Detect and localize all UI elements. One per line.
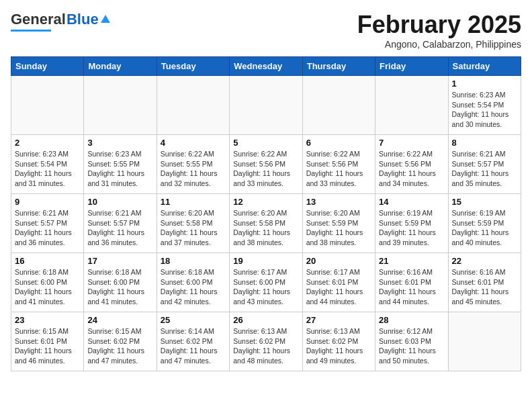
day-info: Sunrise: 6:13 AM Sunset: 6:02 PM Dayligh… (233, 326, 298, 366)
calendar-cell: 23Sunrise: 6:15 AM Sunset: 6:01 PM Dayli… (11, 312, 84, 371)
calendar-cell (230, 76, 302, 135)
calendar-cell: 18Sunrise: 6:18 AM Sunset: 6:00 PM Dayli… (157, 253, 229, 312)
day-number: 11 (161, 197, 226, 207)
calendar-week-1: 2Sunrise: 6:23 AM Sunset: 5:54 PM Daylig… (11, 135, 521, 194)
day-info: Sunrise: 6:23 AM Sunset: 5:55 PM Dayligh… (87, 149, 152, 189)
day-info: Sunrise: 6:17 AM Sunset: 6:00 PM Dayligh… (233, 267, 298, 307)
calendar-cell: 14Sunrise: 6:19 AM Sunset: 5:59 PM Dayli… (375, 194, 448, 253)
day-number: 10 (87, 197, 152, 207)
day-info: Sunrise: 6:22 AM Sunset: 5:56 PM Dayligh… (379, 149, 444, 189)
calendar-cell: 10Sunrise: 6:21 AM Sunset: 5:57 PM Dayli… (84, 194, 157, 253)
day-info: Sunrise: 6:19 AM Sunset: 5:59 PM Dayligh… (452, 208, 517, 248)
day-info: Sunrise: 6:19 AM Sunset: 5:59 PM Dayligh… (379, 208, 444, 248)
day-info: Sunrise: 6:23 AM Sunset: 5:54 PM Dayligh… (452, 90, 517, 130)
day-info: Sunrise: 6:22 AM Sunset: 5:56 PM Dayligh… (306, 149, 371, 189)
calendar-week-3: 16Sunrise: 6:18 AM Sunset: 6:00 PM Dayli… (11, 253, 521, 312)
logo-underline (11, 30, 51, 32)
day-info: Sunrise: 6:23 AM Sunset: 5:54 PM Dayligh… (15, 149, 80, 189)
day-info: Sunrise: 6:14 AM Sunset: 6:02 PM Dayligh… (161, 326, 226, 366)
day-number: 14 (379, 197, 444, 207)
calendar-cell: 27Sunrise: 6:13 AM Sunset: 6:02 PM Dayli… (302, 312, 375, 371)
logo: General Blue (11, 11, 111, 32)
calendar-cell: 13Sunrise: 6:20 AM Sunset: 5:59 PM Dayli… (302, 194, 375, 253)
calendar-cell (375, 76, 448, 135)
day-info: Sunrise: 6:18 AM Sunset: 6:00 PM Dayligh… (161, 267, 226, 307)
day-number: 25 (161, 315, 226, 325)
day-number: 12 (233, 197, 298, 207)
day-number: 16 (15, 256, 80, 266)
calendar-cell (302, 76, 375, 135)
day-number: 28 (379, 315, 444, 325)
day-number: 18 (161, 256, 226, 266)
day-number: 20 (306, 256, 371, 266)
day-number: 7 (379, 138, 444, 148)
calendar-cell: 3Sunrise: 6:23 AM Sunset: 5:55 PM Daylig… (84, 135, 157, 194)
logo-blue: Blue (66, 11, 99, 28)
month-title: February 2025 (357, 11, 521, 39)
day-number: 5 (233, 138, 298, 148)
calendar-cell: 2Sunrise: 6:23 AM Sunset: 5:54 PM Daylig… (11, 135, 84, 194)
col-header-friday: Friday (375, 57, 448, 76)
day-info: Sunrise: 6:13 AM Sunset: 6:02 PM Dayligh… (306, 326, 371, 366)
day-number: 15 (452, 197, 517, 207)
page-header: General Blue February 2025 Angono, Calab… (11, 11, 521, 50)
calendar-cell: 4Sunrise: 6:22 AM Sunset: 5:55 PM Daylig… (157, 135, 229, 194)
calendar-cell (84, 76, 157, 135)
calendar-cell: 7Sunrise: 6:22 AM Sunset: 5:56 PM Daylig… (375, 135, 448, 194)
day-number: 8 (452, 138, 517, 148)
col-header-thursday: Thursday (302, 57, 375, 76)
calendar-week-4: 23Sunrise: 6:15 AM Sunset: 6:01 PM Dayli… (11, 312, 521, 371)
calendar-cell (11, 76, 84, 135)
col-header-saturday: Saturday (448, 57, 521, 76)
day-info: Sunrise: 6:17 AM Sunset: 6:01 PM Dayligh… (306, 267, 371, 307)
calendar-week-2: 9Sunrise: 6:21 AM Sunset: 5:57 PM Daylig… (11, 194, 521, 253)
day-info: Sunrise: 6:22 AM Sunset: 5:56 PM Dayligh… (233, 149, 298, 189)
logo-general: General (11, 11, 66, 28)
calendar-cell: 5Sunrise: 6:22 AM Sunset: 5:56 PM Daylig… (230, 135, 302, 194)
calendar-cell: 15Sunrise: 6:19 AM Sunset: 5:59 PM Dayli… (448, 194, 521, 253)
calendar-cell: 9Sunrise: 6:21 AM Sunset: 5:57 PM Daylig… (11, 194, 84, 253)
day-info: Sunrise: 6:21 AM Sunset: 5:57 PM Dayligh… (452, 149, 517, 189)
day-info: Sunrise: 6:20 AM Sunset: 5:58 PM Dayligh… (233, 208, 298, 248)
calendar-cell: 16Sunrise: 6:18 AM Sunset: 6:00 PM Dayli… (11, 253, 84, 312)
day-number: 3 (87, 138, 152, 148)
day-number: 1 (452, 79, 517, 89)
calendar-cell: 28Sunrise: 6:12 AM Sunset: 6:03 PM Dayli… (375, 312, 448, 371)
calendar-cell: 1Sunrise: 6:23 AM Sunset: 5:54 PM Daylig… (448, 76, 521, 135)
day-number: 19 (233, 256, 298, 266)
day-number: 23 (15, 315, 80, 325)
day-number: 2 (15, 138, 80, 148)
day-number: 27 (306, 315, 371, 325)
calendar-cell: 21Sunrise: 6:16 AM Sunset: 6:01 PM Dayli… (375, 253, 448, 312)
calendar-table: SundayMondayTuesdayWednesdayThursdayFrid… (11, 56, 521, 371)
day-info: Sunrise: 6:18 AM Sunset: 6:00 PM Dayligh… (15, 267, 80, 307)
day-info: Sunrise: 6:15 AM Sunset: 6:02 PM Dayligh… (87, 326, 152, 366)
col-header-tuesday: Tuesday (157, 57, 229, 76)
calendar-cell: 26Sunrise: 6:13 AM Sunset: 6:02 PM Dayli… (230, 312, 302, 371)
calendar-cell (157, 76, 229, 135)
day-info: Sunrise: 6:12 AM Sunset: 6:03 PM Dayligh… (379, 326, 444, 366)
day-number: 24 (87, 315, 152, 325)
day-number: 9 (15, 197, 80, 207)
col-header-monday: Monday (84, 57, 157, 76)
col-header-wednesday: Wednesday (230, 57, 302, 76)
calendar-cell: 6Sunrise: 6:22 AM Sunset: 5:56 PM Daylig… (302, 135, 375, 194)
calendar-cell: 19Sunrise: 6:17 AM Sunset: 6:00 PM Dayli… (230, 253, 302, 312)
day-info: Sunrise: 6:21 AM Sunset: 5:57 PM Dayligh… (15, 208, 80, 248)
calendar-cell: 22Sunrise: 6:16 AM Sunset: 6:01 PM Dayli… (448, 253, 521, 312)
title-block: February 2025 Angono, Calabarzon, Philip… (357, 11, 521, 50)
day-info: Sunrise: 6:16 AM Sunset: 6:01 PM Dayligh… (452, 267, 517, 307)
day-number: 22 (452, 256, 517, 266)
calendar-header-row: SundayMondayTuesdayWednesdayThursdayFrid… (11, 57, 521, 76)
calendar-cell: 8Sunrise: 6:21 AM Sunset: 5:57 PM Daylig… (448, 135, 521, 194)
day-info: Sunrise: 6:20 AM Sunset: 5:58 PM Dayligh… (161, 208, 226, 248)
calendar-week-0: 1Sunrise: 6:23 AM Sunset: 5:54 PM Daylig… (11, 76, 521, 135)
location-subtitle: Angono, Calabarzon, Philippines (357, 39, 521, 50)
day-info: Sunrise: 6:18 AM Sunset: 6:00 PM Dayligh… (87, 267, 152, 307)
col-header-sunday: Sunday (11, 57, 84, 76)
calendar-cell (448, 312, 521, 371)
calendar-cell: 24Sunrise: 6:15 AM Sunset: 6:02 PM Dayli… (84, 312, 157, 371)
calendar-cell: 20Sunrise: 6:17 AM Sunset: 6:01 PM Dayli… (302, 253, 375, 312)
svg-marker-0 (101, 15, 110, 23)
day-info: Sunrise: 6:15 AM Sunset: 6:01 PM Dayligh… (15, 326, 80, 366)
